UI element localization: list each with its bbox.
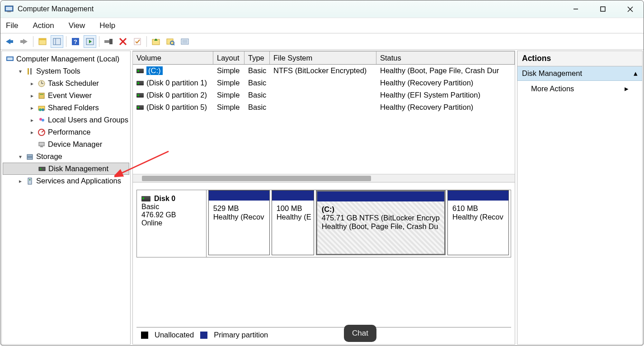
unallocated-swatch bbox=[141, 332, 148, 339]
col-layout[interactable]: Layout bbox=[213, 51, 244, 64]
delete-button[interactable] bbox=[117, 35, 129, 48]
col-filesystem[interactable]: File System bbox=[270, 51, 376, 64]
tree-event-viewer[interactable]: ▸ Event Viewer bbox=[3, 89, 129, 102]
search-button[interactable] bbox=[164, 35, 177, 48]
col-status[interactable]: Status bbox=[376, 51, 515, 64]
check-button[interactable] bbox=[131, 35, 144, 48]
part-status: Healthy (E bbox=[277, 213, 309, 221]
perf-icon bbox=[37, 128, 46, 137]
col-volume[interactable]: Volume bbox=[133, 51, 213, 64]
help-button[interactable]: ? bbox=[69, 35, 82, 48]
volume-row[interactable]: (C:) Simple Basic NTFS (BitLocker Encryp… bbox=[133, 65, 515, 77]
event-icon bbox=[37, 91, 46, 100]
window-title: Computer Management bbox=[18, 5, 94, 13]
svg-rect-33 bbox=[28, 68, 29, 75]
actions-pane: Actions Disk Management ▴ More Actions ▸ bbox=[517, 51, 643, 345]
expand-icon[interactable]: ▸ bbox=[29, 93, 35, 99]
tree-storage[interactable]: ▾ Storage bbox=[3, 150, 129, 163]
menu-action[interactable]: Action bbox=[31, 20, 56, 31]
volume-list-scrollbar[interactable] bbox=[133, 174, 515, 182]
disk-row[interactable]: Disk 0 Basic 476.92 GB Online 529 MB Hea… bbox=[136, 190, 511, 257]
nav-back-button[interactable] bbox=[3, 35, 16, 48]
partition[interactable]: 610 MB Healthy (Recov bbox=[447, 190, 509, 255]
expand-icon[interactable]: ▸ bbox=[29, 129, 35, 136]
volume-row[interactable]: (Disk 0 partition 5) Simple Basic Health… bbox=[133, 101, 515, 113]
part-status: Healthy (Boot, Page File, Crash Du bbox=[322, 222, 440, 231]
tree-device-manager[interactable]: Device Manager bbox=[3, 138, 129, 150]
nav-forward-button[interactable] bbox=[18, 35, 30, 48]
disk-icon bbox=[141, 196, 150, 201]
svg-rect-2 bbox=[7, 11, 11, 12]
svg-rect-47 bbox=[39, 142, 44, 146]
disk-info[interactable]: Disk 0 Basic 476.92 GB Online bbox=[137, 190, 207, 257]
tree-system-tools[interactable]: ▾ System Tools bbox=[3, 65, 129, 77]
tree-label: System Tools bbox=[36, 67, 80, 75]
volume-row[interactable]: (Disk 0 partition 2) Simple Basic Health… bbox=[133, 89, 515, 101]
menu-file[interactable]: File bbox=[4, 20, 20, 31]
part-size: 529 MB bbox=[213, 204, 265, 213]
tree-services[interactable]: ▸ Services and Applications bbox=[3, 175, 129, 187]
part-size: 475.71 GB NTFS (BitLocker Encryp bbox=[322, 214, 440, 222]
partition[interactable]: 100 MB Healthy (E bbox=[272, 190, 314, 255]
legend-primary: Primary partition bbox=[214, 331, 268, 339]
actions-header: Actions bbox=[517, 51, 642, 66]
more-actions[interactable]: More Actions ▸ bbox=[517, 81, 642, 97]
partition[interactable]: 529 MB Healthy (Recov bbox=[208, 190, 270, 255]
properties-button[interactable] bbox=[51, 35, 63, 48]
tree-local-users[interactable]: ▸ Local Users and Groups bbox=[3, 114, 129, 126]
volume-name: (Disk 0 partition 5) bbox=[146, 103, 207, 112]
volume-list[interactable]: Volume Layout Type File System Status (C… bbox=[133, 51, 515, 182]
part-status: Healthy (Recov bbox=[452, 213, 504, 221]
tools-icon bbox=[25, 67, 34, 76]
volume-name: (Disk 0 partition 1) bbox=[146, 79, 207, 87]
primary-swatch bbox=[200, 332, 207, 339]
close-button[interactable] bbox=[616, 0, 644, 18]
svg-rect-21 bbox=[134, 38, 141, 45]
list-button[interactable] bbox=[179, 35, 191, 48]
disk-map: Disk 0 Basic 476.92 GB Online 529 MB Hea… bbox=[133, 182, 515, 344]
volume-type: Basic bbox=[244, 66, 270, 75]
svg-point-41 bbox=[39, 108, 42, 111]
connect-button[interactable] bbox=[102, 35, 115, 48]
expand-icon[interactable]: ▸ bbox=[29, 117, 35, 123]
svg-rect-11 bbox=[53, 38, 61, 45]
menu-help[interactable]: Help bbox=[98, 20, 117, 31]
minimize-button[interactable] bbox=[562, 0, 589, 18]
partition-stripe bbox=[448, 191, 508, 201]
collapse-icon[interactable]: ▾ bbox=[17, 154, 24, 160]
expand-icon[interactable]: ▸ bbox=[29, 80, 35, 87]
tree-root[interactable]: Computer Management (Local) bbox=[3, 53, 129, 65]
tree-label: Disk Management bbox=[48, 164, 108, 173]
svg-point-52 bbox=[40, 168, 42, 169]
menu-view[interactable]: View bbox=[67, 20, 87, 31]
svg-rect-51 bbox=[39, 167, 45, 171]
maximize-button[interactable] bbox=[589, 0, 616, 18]
volume-row[interactable]: (Disk 0 partition 1) Simple Basic Health… bbox=[133, 77, 515, 89]
tree-task-scheduler[interactable]: ▸ Task Scheduler bbox=[3, 77, 129, 89]
svg-rect-50 bbox=[27, 157, 33, 159]
menubar: File Action View Help bbox=[0, 18, 644, 33]
toolbar: ? bbox=[0, 33, 644, 50]
collapse-icon[interactable]: ▾ bbox=[17, 68, 24, 75]
tree-shared-folders[interactable]: ▸ Shared Folders bbox=[3, 102, 129, 114]
services-icon bbox=[25, 177, 34, 186]
expand-icon[interactable]: ▸ bbox=[17, 178, 24, 184]
actions-group[interactable]: Disk Management ▴ bbox=[517, 66, 642, 81]
partition-stripe bbox=[209, 191, 269, 201]
refresh-button[interactable] bbox=[84, 35, 96, 48]
svg-rect-32 bbox=[7, 57, 13, 60]
tree-disk-management[interactable]: Disk Management bbox=[3, 163, 129, 175]
legend-unallocated: Unallocated bbox=[155, 331, 194, 339]
computer-icon bbox=[5, 55, 14, 64]
partition-selected[interactable]: (C:) 475.71 GB NTFS (BitLocker Encryp He… bbox=[316, 190, 446, 255]
expand-icon[interactable]: ▸ bbox=[29, 105, 35, 111]
svg-point-44 bbox=[42, 119, 44, 122]
col-type[interactable]: Type bbox=[244, 51, 270, 64]
show-hide-tree-button[interactable] bbox=[36, 35, 49, 48]
tree-performance[interactable]: ▸ Performance bbox=[3, 126, 129, 138]
svg-rect-53 bbox=[28, 178, 32, 184]
svg-line-26 bbox=[174, 44, 174, 45]
navigation-tree[interactable]: Computer Management (Local) ▾ System Too… bbox=[1, 51, 131, 345]
up-button[interactable] bbox=[150, 35, 162, 48]
chat-button[interactable]: Chat bbox=[344, 325, 376, 342]
